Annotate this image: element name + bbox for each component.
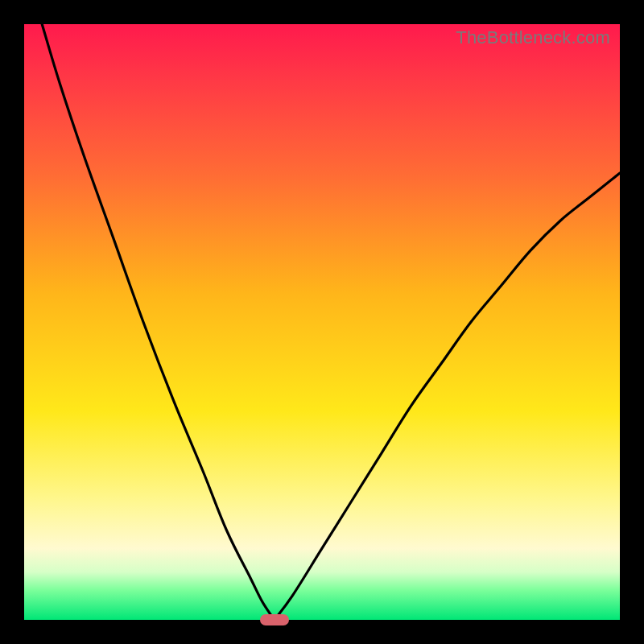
plot-area: TheBottleneck.com <box>24 24 620 620</box>
optimum-marker <box>260 614 289 625</box>
bottleneck-curve <box>24 24 620 620</box>
chart-frame: TheBottleneck.com <box>0 0 644 644</box>
curve-path <box>42 24 620 620</box>
